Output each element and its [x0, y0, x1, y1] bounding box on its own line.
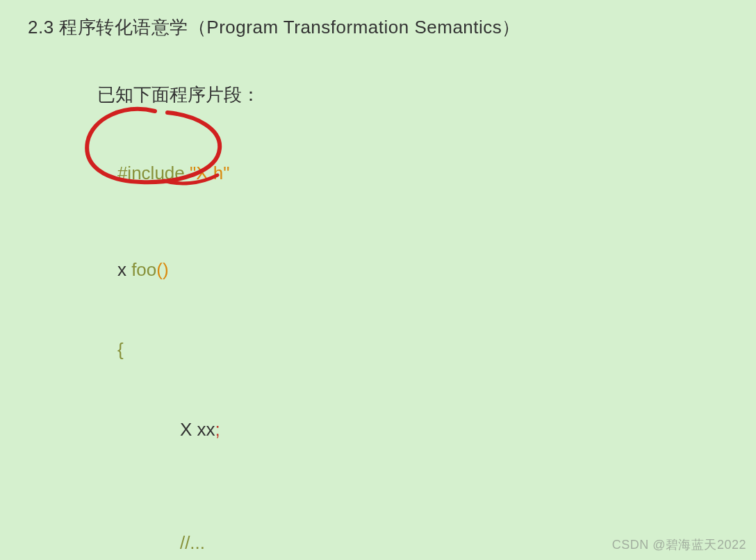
semicolon1: ;: [215, 419, 220, 440]
content-block: 已知下面程序片段： #include "X.h" x foo() { X xx;…: [97, 82, 429, 560]
include-file: "X.h": [190, 163, 229, 183]
paren-open: (: [156, 259, 163, 280]
code-comment-line: //...: [97, 505, 429, 560]
brace-open: {: [117, 339, 124, 360]
include-keyword: #include: [117, 163, 190, 183]
func-return-type: x: [117, 259, 131, 280]
watermark: CSDN @碧海蓝天2022: [612, 536, 746, 553]
comment: //...: [180, 532, 205, 553]
section-title: 2.3 程序转化语意学（Program Transformation Seman…: [28, 15, 520, 40]
brace-open-line: {: [97, 312, 429, 388]
code-decl-line: X xx;: [97, 392, 429, 468]
code-func-sig: x foo(): [97, 232, 429, 308]
intro-line: 已知下面程序片段：: [97, 82, 429, 107]
decl-var: xx: [197, 419, 215, 440]
func-name: foo: [131, 259, 156, 280]
paren-close: ): [163, 259, 169, 280]
code-include-line: #include "X.h": [97, 135, 429, 211]
decl-type: X: [180, 419, 197, 440]
